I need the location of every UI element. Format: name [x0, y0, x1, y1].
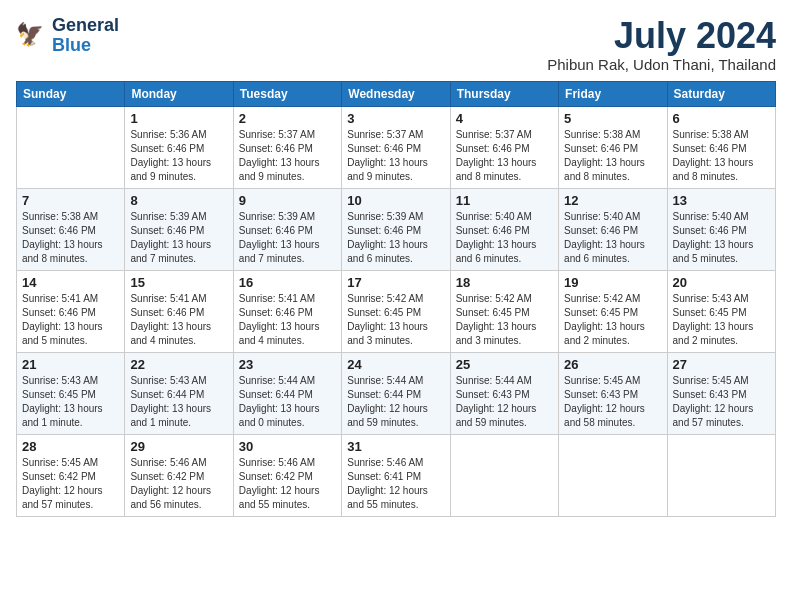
day-info: Sunrise: 5:37 AMSunset: 6:46 PMDaylight:… [239, 128, 336, 184]
logo: 🦅 General Blue [16, 16, 119, 56]
svg-text:🦅: 🦅 [16, 21, 44, 48]
weekday-header-monday: Monday [125, 81, 233, 106]
day-number: 17 [347, 275, 444, 290]
day-info: Sunrise: 5:41 AMSunset: 6:46 PMDaylight:… [130, 292, 227, 348]
day-number: 13 [673, 193, 770, 208]
day-number: 29 [130, 439, 227, 454]
day-number: 9 [239, 193, 336, 208]
day-info: Sunrise: 5:43 AMSunset: 6:44 PMDaylight:… [130, 374, 227, 430]
day-info: Sunrise: 5:43 AMSunset: 6:45 PMDaylight:… [22, 374, 119, 430]
calendar-cell: 13Sunrise: 5:40 AMSunset: 6:46 PMDayligh… [667, 188, 775, 270]
weekday-header-row: SundayMondayTuesdayWednesdayThursdayFrid… [17, 81, 776, 106]
weekday-header-friday: Friday [559, 81, 667, 106]
calendar-cell: 14Sunrise: 5:41 AMSunset: 6:46 PMDayligh… [17, 270, 125, 352]
calendar-cell: 29Sunrise: 5:46 AMSunset: 6:42 PMDayligh… [125, 434, 233, 516]
day-number: 26 [564, 357, 661, 372]
day-number: 30 [239, 439, 336, 454]
day-info: Sunrise: 5:44 AMSunset: 6:44 PMDaylight:… [347, 374, 444, 430]
day-info: Sunrise: 5:42 AMSunset: 6:45 PMDaylight:… [456, 292, 553, 348]
calendar-cell: 24Sunrise: 5:44 AMSunset: 6:44 PMDayligh… [342, 352, 450, 434]
calendar-cell: 9Sunrise: 5:39 AMSunset: 6:46 PMDaylight… [233, 188, 341, 270]
day-number: 3 [347, 111, 444, 126]
calendar-week-row: 21Sunrise: 5:43 AMSunset: 6:45 PMDayligh… [17, 352, 776, 434]
calendar-cell: 27Sunrise: 5:45 AMSunset: 6:43 PMDayligh… [667, 352, 775, 434]
calendar-week-row: 7Sunrise: 5:38 AMSunset: 6:46 PMDaylight… [17, 188, 776, 270]
day-number: 28 [22, 439, 119, 454]
day-number: 10 [347, 193, 444, 208]
month-year-title: July 2024 [547, 16, 776, 56]
calendar-cell: 5Sunrise: 5:38 AMSunset: 6:46 PMDaylight… [559, 106, 667, 188]
calendar-cell: 30Sunrise: 5:46 AMSunset: 6:42 PMDayligh… [233, 434, 341, 516]
day-number: 8 [130, 193, 227, 208]
calendar-header: SundayMondayTuesdayWednesdayThursdayFrid… [17, 81, 776, 106]
day-number: 11 [456, 193, 553, 208]
calendar-cell [559, 434, 667, 516]
calendar-cell: 18Sunrise: 5:42 AMSunset: 6:45 PMDayligh… [450, 270, 558, 352]
day-number: 12 [564, 193, 661, 208]
day-number: 31 [347, 439, 444, 454]
calendar-cell: 3Sunrise: 5:37 AMSunset: 6:46 PMDaylight… [342, 106, 450, 188]
calendar-cell: 17Sunrise: 5:42 AMSunset: 6:45 PMDayligh… [342, 270, 450, 352]
calendar-cell: 8Sunrise: 5:39 AMSunset: 6:46 PMDaylight… [125, 188, 233, 270]
day-number: 4 [456, 111, 553, 126]
day-info: Sunrise: 5:45 AMSunset: 6:43 PMDaylight:… [564, 374, 661, 430]
weekday-header-wednesday: Wednesday [342, 81, 450, 106]
day-number: 22 [130, 357, 227, 372]
weekday-header-tuesday: Tuesday [233, 81, 341, 106]
day-number: 16 [239, 275, 336, 290]
day-number: 21 [22, 357, 119, 372]
day-info: Sunrise: 5:39 AMSunset: 6:46 PMDaylight:… [239, 210, 336, 266]
calendar-cell [667, 434, 775, 516]
calendar-cell: 4Sunrise: 5:37 AMSunset: 6:46 PMDaylight… [450, 106, 558, 188]
day-number: 7 [22, 193, 119, 208]
weekday-header-sunday: Sunday [17, 81, 125, 106]
day-info: Sunrise: 5:38 AMSunset: 6:46 PMDaylight:… [22, 210, 119, 266]
day-number: 1 [130, 111, 227, 126]
day-number: 24 [347, 357, 444, 372]
calendar-cell: 31Sunrise: 5:46 AMSunset: 6:41 PMDayligh… [342, 434, 450, 516]
calendar-week-row: 1Sunrise: 5:36 AMSunset: 6:46 PMDaylight… [17, 106, 776, 188]
day-info: Sunrise: 5:37 AMSunset: 6:46 PMDaylight:… [347, 128, 444, 184]
weekday-header-saturday: Saturday [667, 81, 775, 106]
calendar-cell: 25Sunrise: 5:44 AMSunset: 6:43 PMDayligh… [450, 352, 558, 434]
calendar-cell: 16Sunrise: 5:41 AMSunset: 6:46 PMDayligh… [233, 270, 341, 352]
day-number: 23 [239, 357, 336, 372]
day-info: Sunrise: 5:42 AMSunset: 6:45 PMDaylight:… [347, 292, 444, 348]
day-info: Sunrise: 5:37 AMSunset: 6:46 PMDaylight:… [456, 128, 553, 184]
calendar-week-row: 14Sunrise: 5:41 AMSunset: 6:46 PMDayligh… [17, 270, 776, 352]
day-info: Sunrise: 5:45 AMSunset: 6:43 PMDaylight:… [673, 374, 770, 430]
weekday-header-thursday: Thursday [450, 81, 558, 106]
calendar-cell: 15Sunrise: 5:41 AMSunset: 6:46 PMDayligh… [125, 270, 233, 352]
calendar-cell: 20Sunrise: 5:43 AMSunset: 6:45 PMDayligh… [667, 270, 775, 352]
page-header: 🦅 General Blue July 2024 Phibun Rak, Udo… [16, 16, 776, 73]
calendar-cell: 23Sunrise: 5:44 AMSunset: 6:44 PMDayligh… [233, 352, 341, 434]
day-info: Sunrise: 5:42 AMSunset: 6:45 PMDaylight:… [564, 292, 661, 348]
location-subtitle: Phibun Rak, Udon Thani, Thailand [547, 56, 776, 73]
title-block: July 2024 Phibun Rak, Udon Thani, Thaila… [547, 16, 776, 73]
day-number: 14 [22, 275, 119, 290]
calendar-cell: 21Sunrise: 5:43 AMSunset: 6:45 PMDayligh… [17, 352, 125, 434]
day-info: Sunrise: 5:43 AMSunset: 6:45 PMDaylight:… [673, 292, 770, 348]
calendar-table: SundayMondayTuesdayWednesdayThursdayFrid… [16, 81, 776, 517]
day-info: Sunrise: 5:41 AMSunset: 6:46 PMDaylight:… [239, 292, 336, 348]
logo-icon: 🦅 [16, 20, 48, 52]
day-number: 25 [456, 357, 553, 372]
calendar-cell: 11Sunrise: 5:40 AMSunset: 6:46 PMDayligh… [450, 188, 558, 270]
calendar-week-row: 28Sunrise: 5:45 AMSunset: 6:42 PMDayligh… [17, 434, 776, 516]
day-number: 5 [564, 111, 661, 126]
day-info: Sunrise: 5:38 AMSunset: 6:46 PMDaylight:… [564, 128, 661, 184]
day-info: Sunrise: 5:40 AMSunset: 6:46 PMDaylight:… [456, 210, 553, 266]
calendar-cell: 19Sunrise: 5:42 AMSunset: 6:45 PMDayligh… [559, 270, 667, 352]
day-number: 27 [673, 357, 770, 372]
day-number: 6 [673, 111, 770, 126]
calendar-cell: 10Sunrise: 5:39 AMSunset: 6:46 PMDayligh… [342, 188, 450, 270]
day-number: 2 [239, 111, 336, 126]
day-info: Sunrise: 5:39 AMSunset: 6:46 PMDaylight:… [130, 210, 227, 266]
day-info: Sunrise: 5:39 AMSunset: 6:46 PMDaylight:… [347, 210, 444, 266]
calendar-body: 1Sunrise: 5:36 AMSunset: 6:46 PMDaylight… [17, 106, 776, 516]
day-number: 19 [564, 275, 661, 290]
logo-text: General Blue [52, 16, 119, 56]
calendar-cell: 22Sunrise: 5:43 AMSunset: 6:44 PMDayligh… [125, 352, 233, 434]
day-number: 15 [130, 275, 227, 290]
day-info: Sunrise: 5:36 AMSunset: 6:46 PMDaylight:… [130, 128, 227, 184]
